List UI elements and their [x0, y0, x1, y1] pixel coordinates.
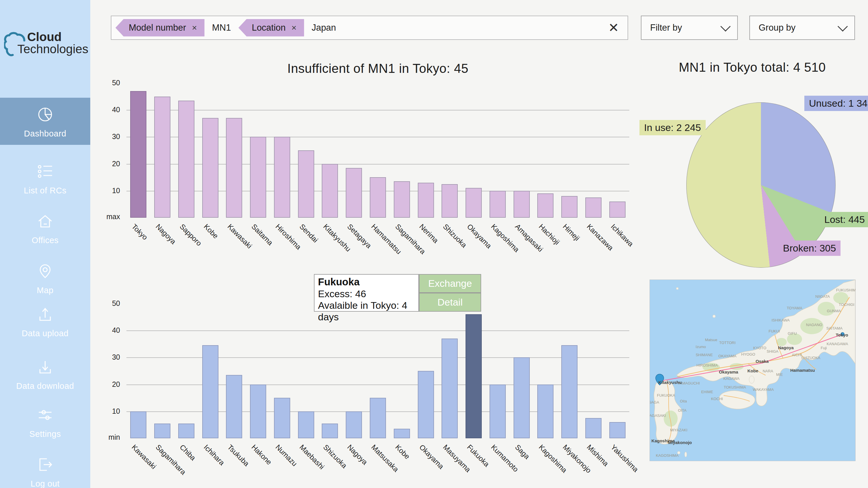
exchange-button[interactable]: Exchange	[419, 274, 481, 293]
map-pin-icon	[36, 262, 54, 282]
bar-kitakyushu[interactable]	[322, 164, 338, 218]
bar-ichihara[interactable]	[202, 345, 218, 438]
sidebar-item-map[interactable]: Map	[0, 254, 90, 298]
map-label: Okayama	[719, 369, 738, 375]
bar-saitama[interactable]	[250, 137, 266, 218]
terrain-patch	[664, 411, 678, 427]
download-icon	[36, 358, 54, 377]
bar-kawasaki[interactable]	[130, 412, 146, 438]
clear-search-icon[interactable]: ✕	[608, 22, 619, 34]
sidebar-item-label: List of RCs	[24, 186, 66, 195]
x-tick-label: Ichihara	[202, 443, 226, 467]
search-token-model: MN1	[212, 23, 231, 33]
bar-kagoshima[interactable]	[537, 385, 554, 438]
detail-button[interactable]: Detail	[419, 293, 481, 312]
y-tick-label: 30	[100, 353, 120, 361]
map-label: Kitakyushu	[658, 380, 682, 385]
map-label: KAGAWA	[723, 377, 740, 381]
bar-sendai[interactable]	[298, 150, 314, 218]
remove-chip-icon[interactable]: ×	[291, 23, 297, 33]
bar-chiba[interactable]	[178, 424, 194, 438]
group-by-dropdown[interactable]: Group by	[749, 15, 855, 40]
bar-shizuoka[interactable]	[322, 424, 338, 438]
sidebar-item-data-upload[interactable]: Data upload	[0, 297, 90, 341]
remove-chip-icon[interactable]: ×	[192, 23, 197, 33]
map-label: KYOTO	[753, 346, 766, 350]
sidebar-item-log-out[interactable]: Log out	[0, 448, 90, 488]
bar-amagasaki[interactable]	[514, 191, 530, 218]
bar-kobe[interactable]	[394, 429, 410, 438]
map-label: KAGOSHIMA	[656, 453, 679, 458]
bar-tokyo[interactable]	[130, 91, 146, 218]
bar-hiroshima[interactable]	[274, 137, 290, 218]
filter-chip-model-number[interactable]: Model number ×	[116, 19, 205, 36]
bar-himeji[interactable]	[561, 196, 578, 218]
map-label: NARA	[763, 369, 773, 373]
bar-numazu[interactable]	[274, 398, 290, 438]
bar-tsukuba[interactable]	[226, 375, 242, 438]
filter-by-dropdown[interactable]: Filter by	[641, 15, 738, 40]
bar-shizuoka[interactable]	[441, 184, 458, 218]
bar-okayama[interactable]	[466, 188, 482, 218]
bar-okayama[interactable]	[418, 371, 434, 438]
map-label: HYOGO	[741, 352, 755, 356]
pie-label-in-use: In use: 2 245	[640, 120, 706, 135]
bar-yakushima[interactable]	[609, 422, 625, 438]
x-tick-label: Kawasaki	[130, 443, 158, 470]
island	[685, 452, 687, 457]
bar-sapporo[interactable]	[178, 101, 194, 218]
logo-line1: Cloud	[27, 31, 88, 43]
bar-kanazawa[interactable]	[585, 197, 601, 218]
bar-hachioji[interactable]	[537, 193, 554, 218]
x-tick-label: Sapporo	[178, 222, 203, 248]
map-label: OITA	[678, 408, 687, 413]
sidebar-item-label: Settings	[30, 429, 61, 439]
bar-sagamihara[interactable]	[154, 424, 170, 438]
map-label: OKAYAMA	[718, 354, 737, 358]
map-label: Izumo	[695, 345, 706, 349]
sidebar-item-list-of-rcs[interactable]: List of RCs	[0, 155, 90, 198]
x-tick-label: Mishima	[585, 443, 610, 468]
bar-saga[interactable]	[514, 357, 530, 438]
bar-ichikawa[interactable]	[609, 201, 625, 218]
sidebar-item-settings[interactable]: Settings	[0, 398, 90, 442]
map-label: MIE	[776, 372, 783, 377]
gridline	[126, 110, 629, 110]
bar-fukuoka[interactable]	[466, 314, 482, 438]
bar-sagamihara[interactable]	[394, 181, 410, 218]
chip-label: Location	[252, 23, 286, 33]
x-tick-label: Tokyo	[130, 222, 150, 242]
bar-matsusaka[interactable]	[370, 398, 386, 438]
bar-nerima[interactable]	[418, 183, 434, 218]
bar-kawasaki[interactable]	[226, 118, 242, 218]
map-label: WAKAYAMA	[753, 387, 774, 392]
map-label: FUKUOKA	[657, 393, 675, 397]
map-label: Osaka	[755, 359, 769, 364]
y-tick-label: 40	[100, 105, 120, 114]
search-bar[interactable]: Model number × MN1 Location × Japan ✕	[111, 15, 628, 40]
map-label: FUKUI	[769, 329, 780, 333]
baseline-label: max	[100, 213, 120, 221]
japan-map[interactable]: NIIGATAFUKUSHIMATOCHIGIGUNMANAGANOTOYAMA…	[650, 280, 856, 461]
bar-hamamatsu[interactable]	[370, 177, 386, 218]
sidebar-item-offices[interactable]: Offices	[0, 204, 90, 248]
bar-miyakonojo[interactable]	[561, 345, 578, 438]
y-tick-label: 20	[100, 160, 120, 168]
bar-mishima[interactable]	[585, 418, 601, 438]
bar-maebashi[interactable]	[298, 412, 314, 438]
tooltip-city: Fukuoka	[318, 276, 415, 288]
dashboard-page: Cloud Technologies DashboardList of RCsO…	[0, 0, 868, 488]
list-icon	[36, 162, 54, 182]
bar-masuyama[interactable]	[441, 338, 458, 438]
sidebar-item-data-download[interactable]: Data download	[0, 350, 90, 393]
bar-kumamoto[interactable]	[490, 385, 506, 438]
sidebar-item-dashboard[interactable]: Dashboard	[0, 98, 90, 145]
bar-kobe[interactable]	[202, 118, 218, 218]
bar-nagoya[interactable]	[154, 97, 170, 218]
bar-setagaya[interactable]	[346, 168, 362, 218]
sidebar: Cloud Technologies DashboardList of RCsO…	[0, 0, 90, 488]
bar-nagoya[interactable]	[346, 412, 362, 438]
bar-kagoshima[interactable]	[490, 191, 506, 218]
bar-hakone[interactable]	[250, 385, 266, 438]
filter-chip-location[interactable]: Location ×	[239, 19, 304, 36]
